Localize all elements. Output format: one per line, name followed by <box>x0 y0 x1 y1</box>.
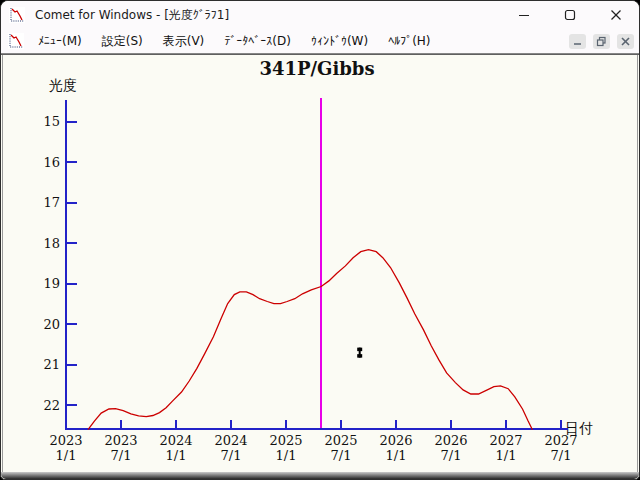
menu-bar: ﾒﾆｭｰ(M)設定(S)表示(V)ﾃﾞｰﾀﾍﾞｰｽ(D)ｳｨﾝﾄﾞｳ(W)ﾍﾙﾌ… <box>1 29 639 53</box>
menu-item-1[interactable]: 設定(S) <box>92 30 153 53</box>
maximize-button[interactable] <box>547 1 593 29</box>
document-chart-icon <box>8 33 24 49</box>
y-axis-label: 光度 <box>49 77 77 95</box>
menu-item-5[interactable]: ﾍﾙﾌﾟ(H) <box>378 31 440 51</box>
menu-item-2[interactable]: 表示(V) <box>153 30 215 53</box>
close-icon <box>610 9 622 21</box>
window-title: Comet for Windows - [光度ｸﾞﾗﾌ1] <box>35 7 229 24</box>
menu-item-3[interactable]: ﾃﾞｰﾀﾍﾞｰｽ(D) <box>214 31 301 51</box>
title-bar: Comet for Windows - [光度ｸﾞﾗﾌ1] <box>1 1 639 29</box>
chart-title: 341P/Gibbs <box>66 58 568 79</box>
window-bottom-frame[interactable] <box>1 472 639 479</box>
minimize-button[interactable] <box>501 1 547 29</box>
mdi-close-button[interactable] <box>617 34 634 49</box>
mdi-restore-button[interactable] <box>593 34 610 49</box>
mdi-minimize-icon <box>572 36 583 47</box>
maximize-icon <box>564 9 576 21</box>
minimize-icon <box>518 9 530 21</box>
menu-item-4[interactable]: ｳｨﾝﾄﾞｳ(W) <box>301 31 378 51</box>
close-button[interactable] <box>593 1 639 29</box>
mdi-child-controls <box>569 34 634 49</box>
x-axis-label: 日付 <box>565 420 593 438</box>
mdi-close-icon <box>620 36 631 47</box>
app-icon <box>9 7 25 23</box>
graph-client-area <box>2 55 638 472</box>
menu-item-0[interactable]: ﾒﾆｭｰ(M) <box>28 31 92 51</box>
mdi-minimize-button[interactable] <box>569 34 586 49</box>
app-window: Comet for Windows - [光度ｸﾞﾗﾌ1] <box>0 0 640 480</box>
menu-items: ﾒﾆｭｰ(M)設定(S)表示(V)ﾃﾞｰﾀﾍﾞｰｽ(D)ｳｨﾝﾄﾞｳ(W)ﾍﾙﾌ… <box>28 30 441 53</box>
window-controls <box>501 1 639 29</box>
mdi-restore-icon <box>596 36 607 47</box>
